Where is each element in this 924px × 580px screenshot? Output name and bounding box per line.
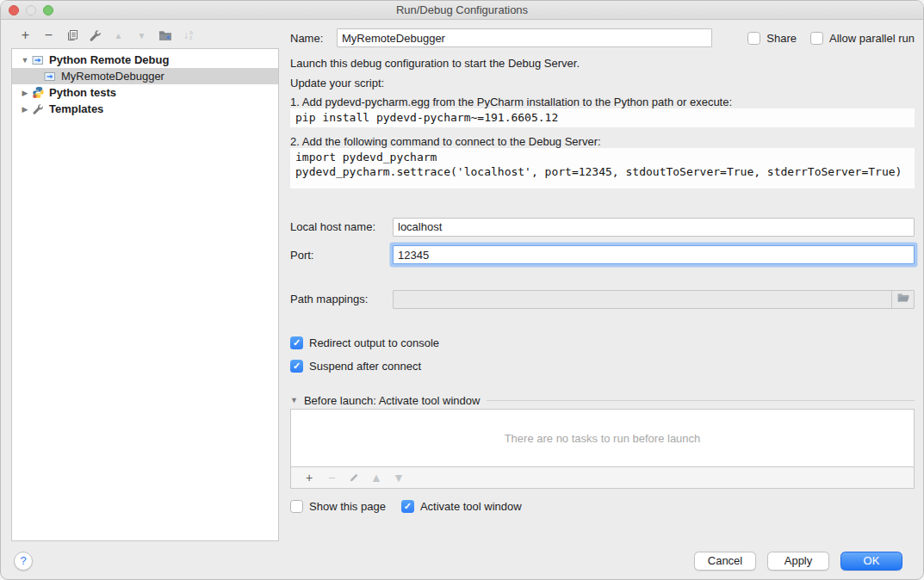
add-task-icon[interactable]: +: [298, 468, 320, 487]
activate-tool-window-label: Activate tool window: [420, 500, 522, 513]
activate-tool-window-checkbox[interactable]: [401, 500, 414, 513]
help-button[interactable]: ?: [14, 552, 33, 571]
local-host-name-label: Local host name:: [290, 220, 393, 233]
before-launch-title: Before launch: Activate tool window: [304, 394, 481, 407]
tree-item-templates[interactable]: ▶ Templates: [12, 101, 278, 117]
local-host-name-input[interactable]: [393, 218, 915, 237]
python-tests-icon: [31, 86, 45, 99]
minimize-window-button[interactable]: [26, 5, 36, 15]
empty-tasks-message: There are no tasks to run before launch: [505, 432, 701, 445]
tree-item-python-tests[interactable]: ▶ Python tests: [12, 84, 278, 101]
pip-install-code: pip install pydevd-pycharm~=191.6605.12: [290, 108, 915, 127]
run-debug-configurations-dialog: Run/Debug Configurations + − ▲ ▼ ↓az ▼ P…: [0, 0, 924, 580]
path-mappings-input[interactable]: [393, 290, 915, 309]
instruction-step-1: 1. Add pydevd-pycharm.egg from the PyCha…: [290, 96, 915, 108]
share-checkbox[interactable]: [747, 32, 760, 45]
question-mark-icon: ?: [20, 554, 26, 567]
zoom-window-button[interactable]: [43, 5, 53, 15]
before-launch-section-header[interactable]: ▼ Before launch: Activate tool window: [290, 393, 915, 407]
path-mappings-label: Path mappings:: [290, 293, 393, 305]
tree-item-label: Python Remote Debug: [49, 53, 169, 66]
run-config-icon: [43, 71, 57, 82]
allow-parallel-run-option[interactable]: Allow parallel run: [810, 32, 915, 45]
settrace-code: import pydevd_pycharm pydevd_pycharm.set…: [290, 148, 915, 188]
share-option[interactable]: Share: [747, 32, 797, 45]
instruction-line-2: Update your script:: [290, 77, 915, 89]
name-label: Name:: [290, 32, 337, 45]
share-label: Share: [766, 32, 797, 45]
remove-configuration-icon[interactable]: −: [37, 26, 60, 45]
edit-task-pencil-icon[interactable]: [343, 468, 365, 487]
traffic-lights: [9, 5, 53, 15]
wrench-icon: [31, 103, 45, 115]
suspend-after-connect-checkbox[interactable]: [290, 360, 303, 373]
edit-templates-wrench-icon[interactable]: [84, 26, 107, 45]
redirect-output-checkbox[interactable]: [290, 336, 303, 349]
tree-item-python-remote-debug[interactable]: ▼ Python Remote Debug: [12, 52, 278, 68]
tree-item-label: MyRemoteDebugger: [61, 70, 164, 83]
copy-configuration-icon[interactable]: [60, 26, 84, 45]
configurations-toolbar: + − ▲ ▼ ↓az: [14, 26, 200, 45]
configurations-tree: ▼ Python Remote Debug MyRemoteDebugger ▶…: [11, 48, 279, 541]
dialog-buttons: Cancel Apply OK: [694, 552, 902, 571]
port-label: Port:: [290, 249, 393, 262]
settings-panel: Name: Share Allow parallel run Launch th…: [290, 1, 915, 580]
redirect-output-label: Redirect output to console: [309, 336, 439, 349]
move-task-up-icon[interactable]: ▲: [365, 468, 388, 487]
close-window-button[interactable]: [9, 5, 19, 15]
port-input[interactable]: [393, 245, 915, 264]
collapse-section-icon[interactable]: ▼: [290, 396, 298, 404]
new-folder-icon[interactable]: [153, 26, 177, 45]
tree-item-label: Python tests: [49, 86, 116, 99]
instruction-step-2: 2. Add the following command to connect …: [290, 135, 915, 148]
suspend-after-connect-label: Suspend after connect: [309, 360, 421, 373]
collapse-arrow-icon[interactable]: ▶: [19, 89, 31, 97]
instruction-line-1: Launch this debug configuration to start…: [290, 57, 915, 70]
open-folder-icon: [896, 293, 910, 305]
name-input[interactable]: [337, 28, 712, 47]
cancel-button[interactable]: Cancel: [694, 552, 756, 571]
show-this-page-checkbox[interactable]: [290, 500, 303, 513]
apply-button[interactable]: Apply: [767, 552, 829, 571]
tree-item-label: Templates: [49, 102, 103, 115]
ok-button[interactable]: OK: [840, 552, 902, 571]
add-configuration-icon[interactable]: +: [14, 26, 37, 45]
browse-path-mappings-button[interactable]: [891, 291, 914, 308]
move-up-icon[interactable]: ▲: [107, 26, 130, 45]
sort-alphabetically-icon[interactable]: ↓az: [177, 26, 200, 45]
allow-parallel-run-label: Allow parallel run: [829, 32, 915, 45]
show-this-page-label: Show this page: [309, 500, 386, 513]
tree-item-myremotedebugger[interactable]: MyRemoteDebugger: [12, 68, 278, 84]
tasks-toolbar: + − ▲ ▼: [290, 467, 915, 489]
run-config-icon: [31, 55, 45, 65]
collapse-arrow-icon[interactable]: ▶: [19, 105, 31, 114]
move-down-icon[interactable]: ▼: [130, 26, 153, 45]
move-task-down-icon[interactable]: ▼: [388, 468, 410, 487]
before-launch-tasks-list[interactable]: There are no tasks to run before launch: [290, 409, 915, 467]
section-divider: [487, 400, 915, 401]
expand-arrow-icon[interactable]: ▼: [19, 56, 31, 65]
remove-task-icon[interactable]: −: [320, 468, 343, 487]
allow-parallel-run-checkbox[interactable]: [810, 32, 823, 45]
